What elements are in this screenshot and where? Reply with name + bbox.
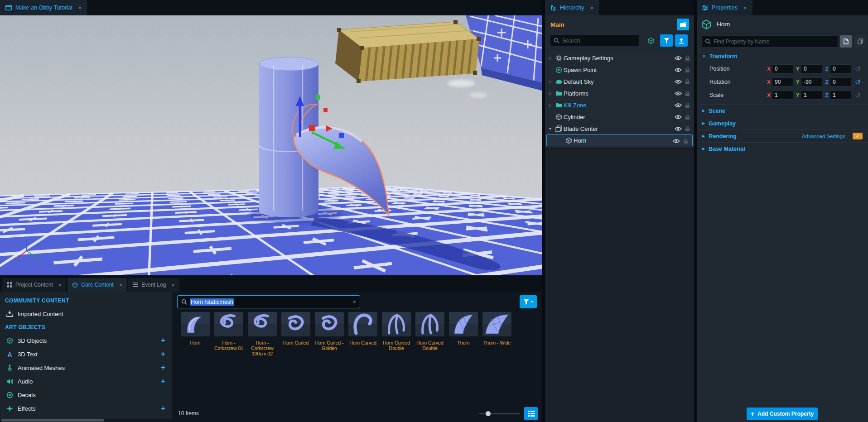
advanced-settings-toggle[interactable]: ✓ — [853, 133, 863, 139]
position-x-field[interactable]: 0 — [772, 64, 793, 73]
lock-icon[interactable] — [685, 114, 690, 120]
template-button[interactable] — [645, 34, 657, 47]
viewport-3d[interactable]: z x y — [0, 15, 542, 275]
hierarchy-item-gameplay-settings[interactable]: ▷Gameplay Settings — [545, 52, 694, 64]
clear-search-icon[interactable]: × — [352, 298, 356, 305]
asset-tile-thorn[interactable]: Thorn — [447, 312, 480, 345]
asset-tile-horn-curled[interactable]: Horn Curled — [280, 312, 312, 345]
scale-x-field[interactable]: 1 — [772, 91, 793, 100]
advanced-settings-link[interactable]: Advanced Settings — [802, 134, 845, 139]
paste-properties-button[interactable] — [854, 35, 866, 48]
close-icon[interactable]: × — [78, 5, 82, 11]
export-button[interactable] — [675, 34, 688, 47]
caret-icon[interactable]: ▷ — [547, 56, 554, 60]
asset-tile-horn-curved[interactable]: Horn Curved — [347, 312, 379, 345]
sidebar-item-decals[interactable]: Decals — [0, 388, 172, 402]
rotation-z-field[interactable]: 0 — [830, 77, 851, 86]
screenshot-button[interactable] — [677, 19, 689, 30]
rotation-y-field[interactable]: -90 — [801, 77, 822, 86]
visibility-eye-icon[interactable] — [675, 67, 682, 72]
lock-icon[interactable] — [685, 91, 690, 96]
asset-tile-horn-corkscrew-100cm-02[interactable]: Horn - Corkscrew 100cm 02 — [246, 312, 279, 356]
close-icon[interactable]: × — [743, 5, 747, 11]
visibility-eye-icon[interactable] — [675, 79, 682, 84]
sidebar-item-animated-meshes[interactable]: Animated Meshes+ — [0, 361, 172, 374]
close-icon[interactable]: × — [58, 282, 62, 288]
section-transform[interactable]: ▼ Transform — [697, 51, 868, 62]
close-icon[interactable]: × — [590, 5, 594, 11]
hierarchy-item-default-sky[interactable]: ▷Default Sky — [545, 76, 694, 87]
add-icon[interactable]: + — [161, 336, 165, 345]
asset-tile-horn-curved-double[interactable]: Horn Curved Double — [380, 312, 413, 351]
tab-make-an-obby-tutorial[interactable]: Make an Obby Tutorial × — [0, 0, 87, 15]
sidebar-item-effects[interactable]: Effects+ — [0, 402, 172, 415]
hierarchy-item-kill-zone[interactable]: ▷Kill Zone — [545, 99, 694, 111]
section-rendering[interactable]: ▶ Rendering Advanced Settings ✓ — [697, 129, 868, 142]
scrollbar-thumb[interactable] — [1, 419, 104, 422]
caret-icon[interactable]: ▼ — [547, 127, 554, 130]
sidebar-scrollbar[interactable] — [0, 419, 172, 422]
asset-tile-horn-curled-golden[interactable]: Horn Curled - Golden — [313, 312, 346, 351]
caret-icon[interactable]: ▷ — [547, 103, 554, 107]
asset-tile-horn-corkscrew-01[interactable]: Horn - Corkscrew 01 — [212, 312, 245, 351]
lock-icon[interactable] — [685, 55, 690, 61]
lock-icon[interactable] — [685, 102, 690, 108]
hierarchy-item-platforms[interactable]: ▷Platforms — [545, 87, 694, 99]
section-gameplay[interactable]: ▶ Gameplay — [697, 117, 868, 129]
hierarchy-item-horn[interactable]: Horn — [546, 134, 693, 146]
visibility-eye-icon[interactable] — [675, 56, 682, 61]
copy-properties-button[interactable] — [840, 35, 852, 48]
close-icon[interactable]: × — [119, 282, 123, 288]
add-icon[interactable]: + — [161, 404, 165, 413]
sidebar-item-audio[interactable]: Audio+ — [0, 374, 172, 388]
slider-knob[interactable] — [486, 411, 491, 416]
content-search-input[interactable]: Horn /staticmesh × — [177, 295, 360, 308]
add-icon[interactable]: + — [161, 363, 165, 372]
asset-tile-horn-curved-double[interactable]: Horn Curved Double — [414, 312, 446, 351]
reset-rotation-icon[interactable]: ↺ — [855, 78, 861, 86]
property-search-input[interactable] — [714, 38, 834, 45]
add-icon[interactable]: + — [161, 350, 165, 359]
caret-right-icon[interactable]: ▶ — [702, 121, 705, 125]
tab-event-log[interactable]: Event Log × — [128, 278, 179, 292]
hierarchy-filter-button[interactable] — [660, 34, 673, 47]
rotation-x-field[interactable]: 90 — [772, 77, 793, 86]
lock-icon[interactable] — [683, 138, 688, 144]
hierarchy-root-label[interactable]: Main — [550, 21, 564, 28]
caret-right-icon[interactable]: ▶ — [702, 147, 705, 151]
tab-properties[interactable]: Properties × — [697, 0, 752, 15]
lock-icon[interactable] — [685, 126, 690, 132]
add-icon[interactable]: + — [161, 377, 165, 386]
caret-right-icon[interactable]: ▶ — [702, 109, 705, 113]
hierarchy-item-blade-center[interactable]: ▼Blade Center — [545, 123, 694, 134]
caret-icon[interactable]: ▷ — [547, 80, 554, 84]
caret-down-icon[interactable]: ▼ — [702, 54, 706, 58]
asset-tile-horn[interactable]: Horn — [179, 312, 212, 345]
reset-scale-icon[interactable]: ↺ — [855, 91, 861, 100]
content-filter-button[interactable]: ▾ — [520, 295, 537, 308]
visibility-eye-icon[interactable] — [673, 139, 680, 144]
tab-hierarchy[interactable]: Hierarchy × — [545, 0, 599, 15]
tab-core-content[interactable]: Core Content × — [68, 278, 127, 292]
close-icon[interactable]: × — [171, 282, 175, 288]
thumbnail-size-slider[interactable] — [479, 407, 520, 420]
scale-z-field[interactable]: 1 — [830, 91, 851, 100]
scale-y-field[interactable]: 1 — [801, 91, 822, 100]
position-z-field[interactable]: 0 — [830, 64, 851, 73]
caret-right-icon[interactable]: ▶ — [702, 134, 705, 138]
view-mode-button[interactable] — [524, 407, 538, 420]
section-scene[interactable]: ▶ Scene — [697, 104, 868, 117]
hierarchy-item-spawn-point[interactable]: Spawn Point — [545, 64, 694, 76]
visibility-eye-icon[interactable] — [675, 126, 682, 131]
lock-icon[interactable] — [685, 67, 690, 73]
caret-icon[interactable]: ▷ — [547, 91, 554, 96]
position-y-field[interactable]: 0 — [801, 64, 822, 73]
hierarchy-search-input[interactable] — [562, 38, 636, 44]
reset-position-icon[interactable]: ↺ — [855, 65, 861, 73]
section-base-material[interactable]: ▶ Base Material — [697, 142, 868, 155]
sidebar-item-3d-objects[interactable]: 3D Objects+ — [0, 334, 172, 347]
lock-icon[interactable] — [685, 79, 690, 85]
add-custom-property-button[interactable]: + Add Custom Property — [747, 408, 818, 420]
hierarchy-item-cylinder[interactable]: Cylinder — [545, 111, 694, 123]
sidebar-item-imported-content[interactable]: Imported Content — [0, 307, 172, 321]
